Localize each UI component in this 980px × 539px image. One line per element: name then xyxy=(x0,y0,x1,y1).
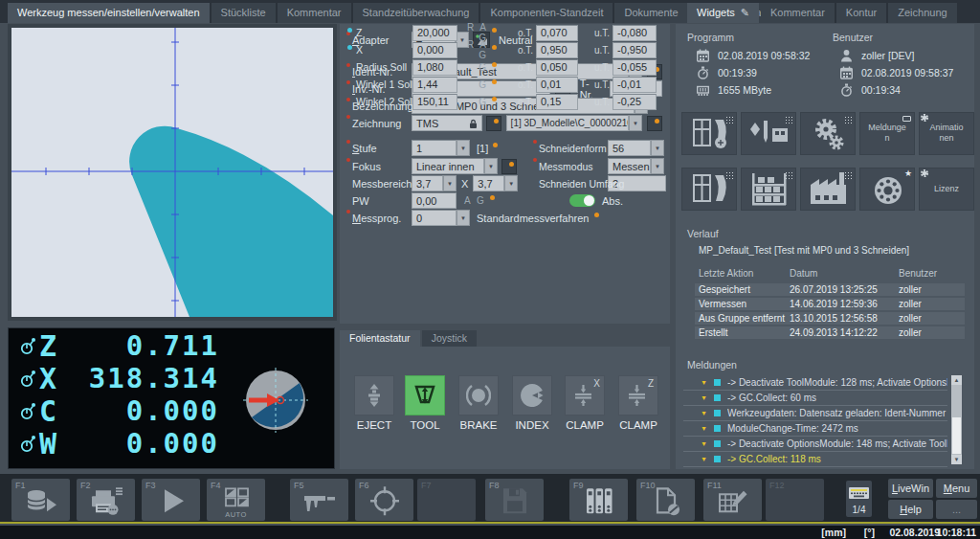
expand-triangle-icon[interactable]: ▼ xyxy=(701,425,707,432)
tab-joystick[interactable]: Joystick xyxy=(422,330,477,347)
meldung-item[interactable]: ▼ -> Deactivate OptionsModule: 148 ms; A… xyxy=(683,437,947,452)
clamp-x-button[interactable]: X xyxy=(565,375,605,415)
chevron-down-icon[interactable]: ▼ xyxy=(651,158,664,174)
menu-button[interactable]: Menu xyxy=(936,479,977,498)
nominal-input[interactable]: 20,000 xyxy=(412,25,457,41)
f2-print-button[interactable]: F2 xyxy=(77,479,135,521)
messprog-select[interactable]: 0 xyxy=(412,210,457,226)
tab-zeichnung[interactable]: Zeichnung xyxy=(888,3,956,23)
cad-note-button[interactable] xyxy=(647,116,662,131)
messbereich-x-select[interactable]: 3,7 xyxy=(412,175,443,191)
tab-kommentar[interactable]: Kommentar xyxy=(278,3,351,23)
messmodus-select[interactable]: Messen b xyxy=(608,158,651,174)
ot-input[interactable]: 0,050 xyxy=(536,59,578,76)
f1-tool-database-button[interactable]: F1 xyxy=(11,479,70,521)
ut-input[interactable]: -0,080 xyxy=(612,25,657,41)
chevron-down-icon[interactable]: ▼ xyxy=(457,210,470,226)
meldung-item[interactable]: ▼ Werkzeugdaten: Datensatz geladen: Iden… xyxy=(683,406,947,421)
schneidenform-select[interactable]: 56 xyxy=(608,140,651,156)
pw-input[interactable]: 0,00 xyxy=(412,192,457,209)
fokus-select[interactable]: Linear innen xyxy=(412,158,484,174)
ot-input[interactable]: 0,01 xyxy=(536,77,578,93)
meldungen-scrollbar[interactable]: ▲ ▼ xyxy=(951,375,962,464)
ot-input[interactable]: 0,070 xyxy=(536,25,578,41)
widget-tool-measure[interactable] xyxy=(681,112,737,155)
widget-tool-manage[interactable] xyxy=(681,168,737,211)
meldung-item[interactable]: ▼ -> GC.Collect: 118 ms xyxy=(683,452,947,467)
help-button[interactable]: Help xyxy=(888,500,933,519)
clamp-x-label: CLAMP xyxy=(558,419,612,431)
fokus-note-button[interactable] xyxy=(501,159,517,174)
widget-flange[interactable]: ★ xyxy=(859,168,915,211)
chevron-down-icon[interactable]: ▼ xyxy=(443,175,457,191)
tab-dokumente[interactable]: Dokumente xyxy=(614,3,687,23)
widget-animationen[interactable]: Animationen xyxy=(919,112,974,155)
tab-widgets[interactable]: Widgets✎ xyxy=(687,3,759,23)
virtual-keyboard-button[interactable]: 1/4 xyxy=(846,481,872,517)
f4-auto-view-button[interactable]: F4 AUTO xyxy=(207,479,265,521)
messbereich-y-select[interactable]: 3,7 xyxy=(473,175,504,191)
tab-standzeitueberwachung[interactable]: Standzeitüberwachung xyxy=(353,3,479,23)
zeichnung-input[interactable]: TMS xyxy=(412,115,482,131)
tab-widgets-kommentar[interactable]: Kommentar xyxy=(761,3,835,23)
scrollbar-thumb[interactable] xyxy=(952,417,961,454)
camera-measuring-view[interactable] xyxy=(8,24,337,321)
meldung-item[interactable]: ▼ -> Deactivate ToolModule: 128 ms; Acti… xyxy=(683,375,947,391)
expand-triangle-icon[interactable]: ▼ xyxy=(701,379,707,386)
tool-button[interactable] xyxy=(405,375,445,415)
abs-toggle-group: Abs. xyxy=(569,192,623,209)
tab-kontur[interactable]: Kontur xyxy=(836,3,886,23)
ut-input[interactable]: -0,01 xyxy=(612,77,657,93)
schneidenform-group: Schneidenform 56▼ xyxy=(534,140,664,156)
eject-button[interactable] xyxy=(354,375,394,415)
brake-button[interactable] xyxy=(458,375,499,415)
expand-triangle-icon[interactable]: ▼ xyxy=(701,410,707,416)
tab-folientastatur[interactable]: Folientastatur xyxy=(340,330,420,347)
more-button[interactable]: ... xyxy=(936,500,977,519)
tab-komponenten-standzeit[interactable]: Komponenten-Standzeit xyxy=(480,3,612,23)
nominal-input[interactable]: 1,44 xyxy=(412,77,457,93)
ut-input[interactable]: -0,950 xyxy=(612,42,657,58)
chevron-down-icon[interactable]: ▼ xyxy=(504,175,518,191)
widget-factory[interactable] xyxy=(800,168,856,211)
abs-toggle[interactable] xyxy=(569,194,595,207)
clamp-z-button[interactable]: Z xyxy=(618,375,658,415)
f10-delete-document-button[interactable]: F10 xyxy=(636,479,695,521)
nominal-input[interactable]: 0,000 xyxy=(412,42,457,58)
ot-input[interactable]: 0,15 xyxy=(536,94,578,110)
nominal-input[interactable]: 150,11 xyxy=(412,94,457,110)
livewin-button[interactable]: LiveWin xyxy=(888,479,933,498)
play-icon xyxy=(156,486,187,515)
meldung-item[interactable]: ▼ -> GC.Collect: 60 ms xyxy=(683,391,947,406)
f11-edit-table-button[interactable]: F11 xyxy=(703,479,762,521)
cad-file-select[interactable]: [1] 3D_Modelle\C_00000210_CAD.stp xyxy=(506,115,629,131)
f6-crosshair-button[interactable]: F6 xyxy=(355,479,413,521)
scroll-up-icon[interactable]: ▲ xyxy=(951,375,962,385)
f5-caliper-button[interactable]: F5 xyxy=(290,479,348,521)
widget-meldungen[interactable]: Meldungen xyxy=(859,112,915,155)
expand-triangle-icon[interactable]: ▼ xyxy=(701,440,707,447)
widget-tool-magazine[interactable] xyxy=(741,112,796,155)
chevron-down-icon[interactable]: ▼ xyxy=(484,158,498,174)
chevron-down-icon[interactable]: ▼ xyxy=(629,115,642,131)
ut-input[interactable]: -0,25 xyxy=(612,94,657,110)
widget-settings[interactable] xyxy=(800,112,856,155)
ot-input[interactable]: 0,950 xyxy=(536,42,578,58)
nominal-input[interactable]: 1,080 xyxy=(412,59,457,76)
f3-start-button[interactable]: F3 xyxy=(142,479,200,521)
widget-lizenz[interactable]: Lizenz xyxy=(919,168,974,211)
f9-archive-button[interactable]: F9 xyxy=(569,479,628,521)
tab-stueckliste[interactable]: Stückliste xyxy=(212,3,276,23)
ut-input[interactable]: -0,055 xyxy=(612,59,657,76)
expand-triangle-icon[interactable]: ▼ xyxy=(701,456,707,462)
scroll-down-icon[interactable]: ▼ xyxy=(951,455,962,464)
chevron-down-icon[interactable]: ▼ xyxy=(651,140,664,156)
tab-werkzeug-messen[interactable]: Werkzeug messen/einstellen/verwalten xyxy=(8,3,210,23)
meldung-item[interactable]: ▼ ModuleChange-Time: 2472 ms xyxy=(683,421,947,437)
zeichnung-note-button[interactable] xyxy=(486,116,501,131)
index-button[interactable] xyxy=(512,375,552,415)
stufe-select[interactable]: 1 xyxy=(412,140,457,156)
chevron-down-icon[interactable]: ▼ xyxy=(457,140,470,156)
expand-triangle-icon[interactable]: ▼ xyxy=(701,394,707,401)
widget-storage[interactable] xyxy=(741,168,796,211)
